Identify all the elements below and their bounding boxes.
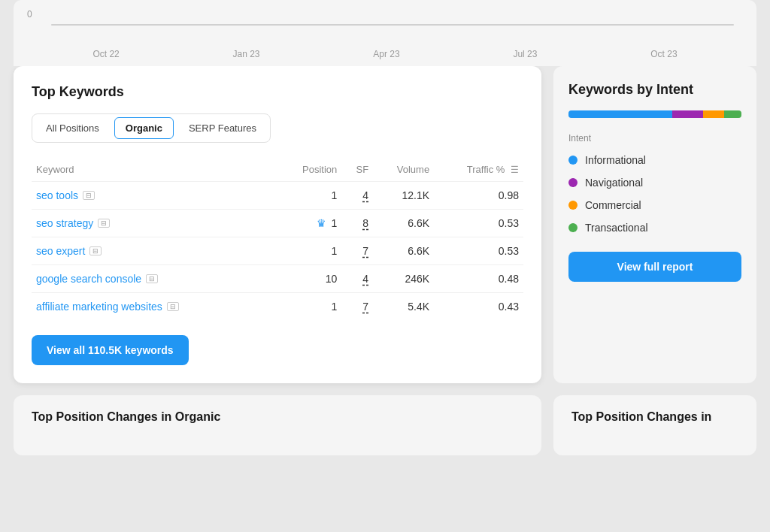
crown-icon: ♛ <box>317 217 326 229</box>
row1-position: ♛ 1 <box>277 210 341 237</box>
top-keywords-card: Top Keywords All Positions Organic SERP … <box>14 66 541 383</box>
chart-line <box>51 24 734 26</box>
col-header-sf: SF <box>341 158 373 182</box>
row2-sf: 7 <box>341 237 373 265</box>
row0-sf: 4 <box>341 182 373 210</box>
progress-transactional <box>724 110 741 118</box>
bottom-card-right: Top Position Changes in <box>553 395 756 455</box>
row0-traffic: 0.98 <box>434 182 523 210</box>
row4-sf: 7 <box>341 293 373 321</box>
view-full-report-button[interactable]: View full report <box>568 252 741 282</box>
chart-label-4: Oct 23 <box>650 49 677 59</box>
chart-label-1: Jan 23 <box>233 49 260 59</box>
progress-informational <box>568 110 672 118</box>
row3-traffic: 0.48 <box>434 265 523 293</box>
row0-position: 1 <box>277 182 341 210</box>
navigational-dot <box>568 178 578 187</box>
informational-label: Informational <box>585 154 646 166</box>
intent-item-informational: Informational <box>568 154 741 166</box>
table-row: seo tools ⊟ 1 4 12.1K 0.98 <box>32 182 523 210</box>
filter-icon[interactable]: ☰ <box>511 165 519 175</box>
row1-sf: 8 <box>341 210 373 237</box>
chart-label-0: Oct 22 <box>92 49 119 59</box>
keyword-link-seo-strategy[interactable]: seo strategy ⊟ <box>36 217 273 229</box>
progress-navigational <box>672 110 703 118</box>
keyword-icon-0: ⊟ <box>83 191 95 200</box>
intent-progress-bar <box>568 110 741 118</box>
keyword-icon-3: ⊟ <box>146 274 158 283</box>
intent-list: Informational Navigational Commercial Tr… <box>568 154 741 234</box>
keyword-link-seo-tools[interactable]: seo tools ⊟ <box>36 189 273 201</box>
chart-zero-label: 0 <box>27 9 32 20</box>
intent-column-header: Intent <box>568 133 741 144</box>
table-row: seo strategy ⊟ ♛ 1 8 6.6K 0.53 <box>32 210 523 237</box>
commercial-dot <box>568 201 578 210</box>
transactional-label: Transactional <box>585 222 648 234</box>
keyword-link-affiliate-marketing[interactable]: affiliate marketing websites ⊟ <box>36 301 273 313</box>
top-keywords-title: Top Keywords <box>32 84 523 100</box>
row1-volume: 6.6K <box>373 210 434 237</box>
row2-traffic: 0.53 <box>434 237 523 265</box>
main-content: Top Keywords All Positions Organic SERP … <box>14 66 756 383</box>
row3-volume: 246K <box>373 265 434 293</box>
col-header-traffic: Traffic % ☰ <box>434 158 523 182</box>
chart-labels: Oct 22 Jan 23 Apr 23 Jul 23 Oct 23 <box>14 8 756 59</box>
row4-traffic: 0.43 <box>434 293 523 321</box>
progress-commercial <box>703 110 724 118</box>
page-wrapper: 0 Oct 22 Jan 23 Apr 23 Jul 23 Oct 23 Top… <box>0 0 770 532</box>
table-row: seo expert ⊟ 1 7 6.6K 0.53 <box>32 237 523 265</box>
row2-volume: 6.6K <box>373 237 434 265</box>
chart-label-3: Jul 23 <box>513 49 537 59</box>
table-row: google search console ⊟ 10 4 246K 0.48 <box>32 265 523 293</box>
keyword-link-seo-expert[interactable]: seo expert ⊟ <box>36 245 273 257</box>
keyword-icon-4: ⊟ <box>167 302 179 311</box>
transactional-dot <box>568 223 578 232</box>
keyword-icon-2: ⊟ <box>89 246 102 255</box>
tab-organic[interactable]: Organic <box>114 117 174 139</box>
col-header-volume: Volume <box>373 158 434 182</box>
table-row: affiliate marketing websites ⊟ 1 7 5.4K … <box>32 293 523 321</box>
bottom-section: Top Position Changes in Organic Top Posi… <box>14 395 756 455</box>
chart-area: 0 Oct 22 Jan 23 Apr 23 Jul 23 Oct 23 <box>14 0 756 66</box>
navigational-label: Navigational <box>585 177 643 189</box>
row0-volume: 12.1K <box>373 182 434 210</box>
row4-position: 1 <box>277 293 341 321</box>
keyword-icon-1: ⊟ <box>98 219 110 228</box>
tab-group: All Positions Organic SERP Features <box>32 113 271 143</box>
intent-item-commercial: Commercial <box>568 199 741 211</box>
col-header-keyword: Keyword <box>32 158 277 182</box>
col-header-position: Position <box>277 158 341 182</box>
row3-sf: 4 <box>341 265 373 293</box>
bottom-left-title: Top Position Changes in Organic <box>32 410 523 424</box>
bottom-right-title: Top Position Changes in <box>571 410 738 424</box>
intent-item-transactional: Transactional <box>568 222 741 234</box>
intent-item-navigational: Navigational <box>568 177 741 189</box>
row2-position: 1 <box>277 237 341 265</box>
row1-traffic: 0.53 <box>434 210 523 237</box>
chart-label-2: Apr 23 <box>373 49 399 59</box>
tab-all-positions[interactable]: All Positions <box>35 117 110 139</box>
row4-volume: 5.4K <box>373 293 434 321</box>
keywords-table: Keyword Position SF Volume Traffic % ☰ <box>32 158 523 320</box>
commercial-label: Commercial <box>585 199 641 211</box>
bottom-card-left: Top Position Changes in Organic <box>14 395 541 455</box>
tab-serp-features[interactable]: SERP Features <box>178 117 267 139</box>
intent-card-title: Keywords by Intent <box>568 81 741 98</box>
view-all-button[interactable]: View all 110.5K keywords <box>32 335 189 365</box>
intent-card: Keywords by Intent Intent Informational … <box>553 66 756 383</box>
informational-dot <box>568 156 578 165</box>
row3-position: 10 <box>277 265 341 293</box>
keyword-link-google-search-console[interactable]: google search console ⊟ <box>36 273 273 285</box>
